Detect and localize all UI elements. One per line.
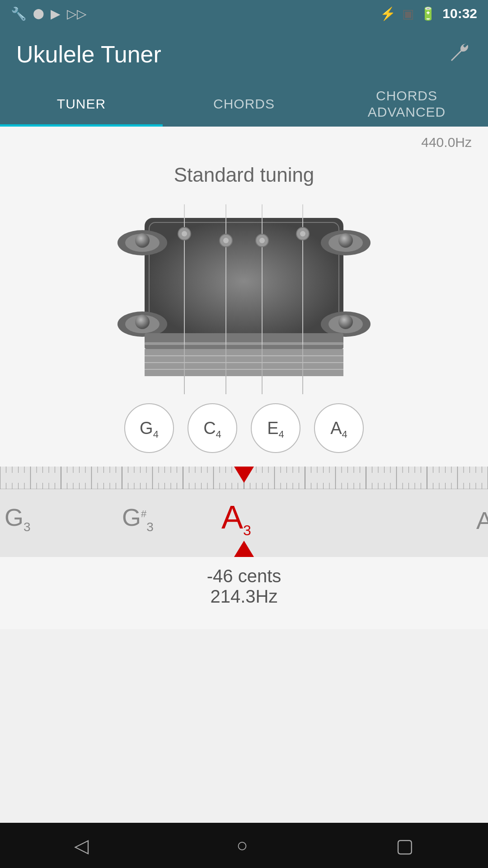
main-content: 440.0Hz Standard tuning [0,127,488,629]
top-arrow-indicator [234,467,254,483]
bluetooth-icon: ⚡ [380,6,396,21]
svg-point-13 [338,315,353,329]
settings-icon[interactable] [448,40,472,69]
headstock-image [72,200,416,394]
wrench-icon: 🔧 [11,6,27,21]
svg-point-4 [135,233,150,248]
battery-icon: 🔋 [420,6,436,21]
time-display: 10:32 [442,6,477,21]
svg-rect-14 [145,333,343,349]
nav-bar: ◁ ○ ▢ [0,823,488,868]
ruler-note-g3: G3 [5,503,31,534]
back-button[interactable]: ◁ [74,835,89,857]
note-e4[interactable]: E4 [251,403,300,453]
ruler-notes: G3 G#3 A3 A [0,498,488,543]
tab-chords[interactable]: CHORDS [163,81,325,127]
svg-rect-15 [145,342,343,345]
svg-point-31 [300,231,305,236]
tab-chords-advanced[interactable]: CHORDS ADVANCED [325,81,488,127]
svg-point-35 [259,238,265,243]
svg-point-29 [182,231,187,236]
tuning-meter: G3 G#3 A3 A [0,467,488,557]
status-bar: 🔧 ⬤ ▶ ▷▷ ⚡ ▣ 🔋 10:32 [0,0,488,27]
app-bar: Ukulele Tuner [0,27,488,81]
svg-rect-0 [145,218,343,344]
headstock-container [0,195,488,394]
tab-tuner[interactable]: TUNER [0,81,163,127]
svg-point-7 [135,315,150,329]
frequency-value: 440.0Hz [421,135,472,150]
note-g4[interactable]: G4 [124,403,174,453]
status-icons-left: 🔧 ⬤ ▶ ▷▷ [11,6,87,21]
home-button[interactable]: ○ [236,835,248,856]
play-icon: ▶ [51,6,61,21]
status-icons-right: ⚡ ▣ 🔋 10:32 [380,6,477,21]
circle-icon: ⬤ [33,8,44,19]
forward-icon: ▷▷ [67,6,87,21]
signal-icon: ▣ [402,6,414,21]
svg-point-10 [338,233,353,248]
tab-bar: TUNER CHORDS CHORDS ADVANCED [0,81,488,127]
recents-button[interactable]: ▢ [396,835,414,857]
app-title: Ukulele Tuner [16,41,161,68]
frequency-display: 440.0Hz [0,127,488,150]
ruler-note-gsharp3: G#3 [122,503,154,534]
note-circles: G4 C4 E4 A4 [0,403,488,467]
note-a4[interactable]: A4 [314,403,364,453]
note-c4[interactable]: C4 [188,403,237,453]
ruler-note-a-right: A [476,506,488,534]
tuning-label: Standard tuning [0,150,488,195]
svg-point-33 [223,238,229,243]
ruler-inner: G3 G#3 A3 A [0,467,488,557]
cents-display: -46 cents 214.3Hz [0,557,488,611]
ruler-note-a3: A3 [221,499,251,539]
cents-value: -46 cents [0,566,488,586]
hz-value: 214.3Hz [0,586,488,607]
bottom-arrow-indicator [234,541,254,557]
